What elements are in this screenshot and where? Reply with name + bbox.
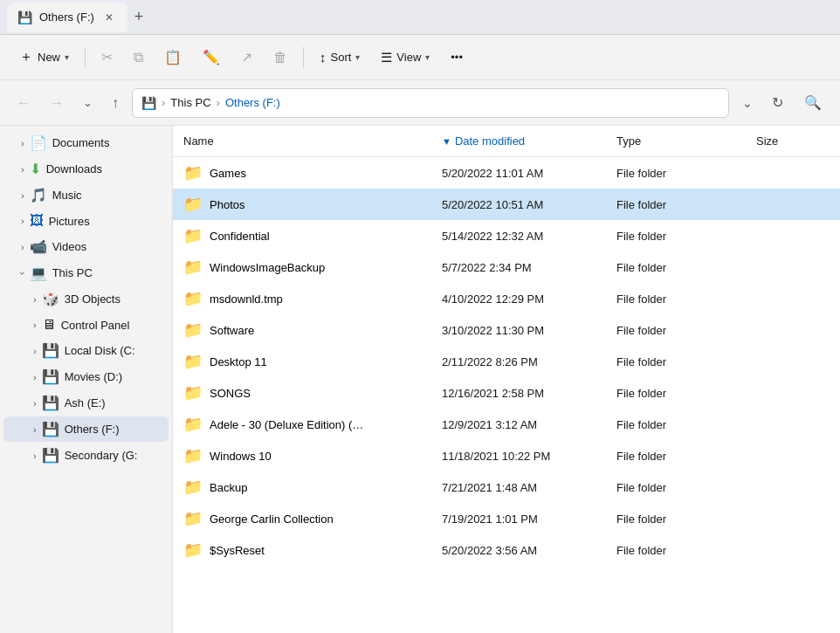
file-name-text: Desktop 11 <box>210 355 267 368</box>
sort-caret: ▾ <box>355 52 360 62</box>
table-row[interactable]: 📁 $SysReset 5/20/2022 3:56 AM File folde… <box>173 534 840 566</box>
sidebar-item-music[interactable]: › 🎵 Music <box>3 182 169 208</box>
file-type-cell: File folder <box>609 320 749 341</box>
controlpanel-icon: 🖥 <box>42 317 56 333</box>
tab-close-button[interactable]: ✕ <box>101 10 117 25</box>
documents-caret: › <box>21 138 24 148</box>
share-icon: ↗ <box>241 49 252 65</box>
col-type-label: Type <box>616 134 641 148</box>
table-row[interactable]: 📁 Desktop 11 2/11/2022 8:26 PM File fold… <box>173 346 840 377</box>
file-type-cell: File folder <box>609 414 749 436</box>
localdisk-label: Local Disk (C: <box>65 344 135 357</box>
file-rows-container: 📁 Games 5/20/2022 11:01 AM File folder 📁… <box>173 157 840 566</box>
file-name-cell: 📁 Photos <box>173 190 435 218</box>
localdisk-icon: 💾 <box>42 342 59 359</box>
rename-icon: ✏️ <box>203 49 220 65</box>
forward-button[interactable]: → <box>44 91 70 115</box>
sidebar-item-ash[interactable]: › 💾 Ash (E:) <box>3 390 169 416</box>
new-icon: ＋ <box>19 48 33 66</box>
file-name-cell: 📁 Games <box>173 159 435 187</box>
file-date-cell: 11/18/2021 10:22 PM <box>435 445 609 467</box>
back-button[interactable]: ← <box>10 91 37 115</box>
table-row[interactable]: 📁 George Carlin Collection 7/19/2021 1:0… <box>173 503 840 534</box>
share-button[interactable]: ↗ <box>232 41 261 74</box>
address-bar: ← → ⌄ ↑ 💾 › This PC › Others (F:) ⌄ ↻ 🔍 <box>0 80 840 126</box>
downloads-caret: › <box>21 164 24 175</box>
path-thispc[interactable]: This PC <box>170 96 210 109</box>
copy-button[interactable]: ⧉ <box>125 41 152 74</box>
table-row[interactable]: 📁 Games 5/20/2022 11:01 AM File folder <box>173 157 840 189</box>
sidebar-item-thispc[interactable]: › 💻 This PC <box>3 260 169 286</box>
sidebar-item-controlpanel[interactable]: › 🖥 Control Panel <box>3 313 169 337</box>
sidebar-item-documents[interactable]: › 📄 Documents <box>3 130 169 155</box>
col-header-name[interactable]: Name <box>173 129 435 153</box>
sidebar-item-pictures[interactable]: › 🖼 Pictures <box>3 209 169 233</box>
sort-button[interactable]: ↕ Sort ▾ <box>311 41 368 74</box>
table-row[interactable]: 📁 Software 3/10/2022 11:30 PM File folde… <box>173 314 840 346</box>
file-type-cell: File folder <box>609 445 749 467</box>
ash-caret: › <box>33 398 37 409</box>
file-size-cell <box>749 231 837 240</box>
others-caret: › <box>33 424 37 435</box>
folder-icon: 📁 <box>183 226 203 245</box>
table-row[interactable]: 📁 Confidential 5/14/2022 12:32 AM File f… <box>173 220 840 251</box>
sidebar-item-movies[interactable]: › 💾 Movies (D:) <box>3 364 169 389</box>
movies-icon: 💾 <box>42 368 59 385</box>
sidebar-item-localdisk[interactable]: › 💾 Local Disk (C: <box>3 338 169 363</box>
3dobjects-icon: 🎲 <box>42 291 59 307</box>
folder-icon: 📁 <box>183 289 203 308</box>
sort-icon: ↕ <box>320 50 327 65</box>
refresh-button[interactable]: ↻ <box>766 90 789 115</box>
sidebar-item-downloads[interactable]: › ⬇ Downloads <box>3 156 169 182</box>
delete-button[interactable]: 🗑 <box>265 41 296 74</box>
delete-icon: 🗑 <box>273 50 287 65</box>
view-label: View <box>396 51 421 64</box>
search-button[interactable]: 🔍 <box>796 90 830 115</box>
file-size-cell <box>749 326 837 334</box>
file-date-cell: 5/20/2022 11:01 AM <box>435 162 609 184</box>
table-row[interactable]: 📁 Photos 5/20/2022 10:51 AM File folder <box>173 189 840 220</box>
address-path[interactable]: 💾 › This PC › Others (F:) <box>132 88 729 118</box>
table-row[interactable]: 📁 Adele - 30 (Deluxe Edition) (… 12/9/20… <box>173 409 840 440</box>
new-button[interactable]: ＋ New ▾ <box>10 41 78 74</box>
table-row[interactable]: 📁 msdownld.tmp 4/10/2022 12:29 PM File f… <box>173 283 840 314</box>
table-row[interactable]: 📁 Backup 7/21/2021 1:48 AM File folder <box>173 471 840 503</box>
rename-button[interactable]: ✏️ <box>194 41 229 74</box>
sidebar-item-videos[interactable]: › 📹 Videos <box>3 234 169 259</box>
view-button[interactable]: ☰ View ▾ <box>372 41 438 74</box>
up-dropdown-button[interactable]: ⌄ <box>77 92 99 114</box>
address-dropdown-button[interactable]: ⌄ <box>736 92 759 114</box>
file-type-cell: File folder <box>609 382 749 404</box>
up-button[interactable]: ↑ <box>106 91 125 115</box>
col-header-size[interactable]: Size <box>749 129 837 153</box>
new-caret: ▾ <box>65 52 69 62</box>
new-tab-button[interactable]: + <box>127 4 151 30</box>
file-name-text: Windows 10 <box>210 450 272 463</box>
videos-caret: › <box>21 242 24 252</box>
thispc-caret: › <box>17 272 28 275</box>
cut-button[interactable]: ✂ <box>93 41 121 74</box>
tab-others[interactable]: 💾 Others (F:) ✕ <box>7 3 127 32</box>
table-row[interactable]: 📁 Windows 10 11/18/2021 10:22 PM File fo… <box>173 440 840 471</box>
file-name-text: George Carlin Collection <box>210 513 334 526</box>
file-name-text: WindowsImageBackup <box>210 261 325 274</box>
file-size-cell <box>749 389 837 397</box>
more-button[interactable]: ••• <box>442 41 472 74</box>
table-row[interactable]: 📁 SONGS 12/16/2021 2:58 PM File folder <box>173 377 840 409</box>
table-row[interactable]: 📁 WindowsImageBackup 5/7/2022 2:34 PM Fi… <box>173 251 840 283</box>
col-header-type[interactable]: Type <box>609 129 749 153</box>
path-othersf[interactable]: Others (F:) <box>225 96 280 109</box>
sidebar-item-3dobjects[interactable]: › 🎲 3D Objects <box>3 286 169 312</box>
file-name-cell: 📁 Desktop 11 <box>173 347 435 375</box>
sidebar-item-secondary[interactable]: › 💾 Secondary (G: <box>3 443 169 468</box>
sidebar-item-others[interactable]: › 💾 Others (F:) <box>3 416 169 442</box>
file-size-cell <box>749 514 837 523</box>
3dobjects-caret: › <box>33 294 37 305</box>
file-size-cell <box>749 263 837 272</box>
pictures-caret: › <box>21 216 24 226</box>
paste-button[interactable]: 📋 <box>155 41 190 74</box>
downloads-icon: ⬇ <box>30 161 41 177</box>
col-header-date[interactable]: ▼ Date modified <box>435 129 609 153</box>
file-name-cell: 📁 George Carlin Collection <box>173 505 435 533</box>
path-drive-icon: 💾 <box>141 96 156 110</box>
